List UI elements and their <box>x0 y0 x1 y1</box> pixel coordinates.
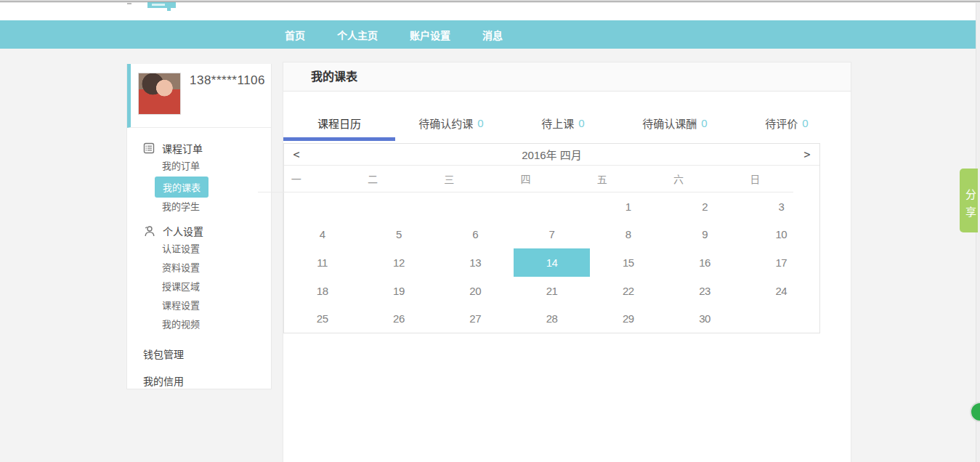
site-logo-fragment-highlight <box>152 4 165 6</box>
calendar-grid: 1 2 3 4 5 6 7 8 9 10 11 12 13 14 15 16 1… <box>284 192 819 333</box>
tab-count-badge: 0 <box>802 117 808 129</box>
avatar[interactable] <box>138 73 181 115</box>
sidebar-item-certification-settings[interactable]: 认证设置 <box>127 240 271 259</box>
weekday-label: 日 <box>717 171 793 186</box>
calendar-day[interactable]: 23 <box>666 277 742 305</box>
tab-label: 课程日历 <box>317 115 361 131</box>
tab-count-badge: 0 <box>701 117 707 129</box>
calendar-day-selected[interactable]: 14 <box>514 248 590 277</box>
tab-label: 待确认约课 <box>418 115 473 131</box>
calendar-empty-cell <box>437 192 514 221</box>
calendar-day[interactable]: 8 <box>590 221 666 249</box>
sidebar-item-credit[interactable]: 我的信用 <box>127 373 271 390</box>
tab-pending-confirm-pay[interactable]: 待确认课酬 0 <box>619 92 731 143</box>
chrome-dash <box>127 3 131 4</box>
site-logo-dot <box>167 7 171 11</box>
tab-count-badge: 0 <box>578 117 584 129</box>
weekday-label: 二 <box>334 171 410 186</box>
calendar-day[interactable]: 29 <box>590 304 666 333</box>
calendar-day[interactable]: 26 <box>360 304 437 333</box>
calendar-day[interactable]: 2 <box>666 192 742 221</box>
sidebar-item-label: 课程订单 <box>162 141 203 155</box>
sidebar-item-my-students[interactable]: 我的学生 <box>127 198 271 216</box>
calendar-day[interactable]: 27 <box>437 304 514 333</box>
calendar-prev-button[interactable]: < <box>284 148 309 161</box>
nav-item-profile-home[interactable]: 个人主页 <box>337 28 378 42</box>
active-tab-underline <box>283 137 395 141</box>
page-title: 我的课表 <box>283 62 851 92</box>
weekday-label: 六 <box>640 171 716 186</box>
calendar-next-button[interactable]: > <box>795 148 819 161</box>
main-panel: 我的课表 课程日历 待确认约课 0 待上课 0 待确认课酬 0 待评价 0 < … <box>283 62 851 462</box>
browser-chrome-edge <box>0 0 980 2</box>
calendar-day[interactable]: 28 <box>514 304 590 333</box>
nav-item-account-settings[interactable]: 账户设置 <box>410 28 450 42</box>
sidebar-item-teaching-area[interactable]: 授课区域 <box>127 277 271 296</box>
sidebar-item-wallet[interactable]: 钱包管理 <box>127 346 271 363</box>
nav-item-messages[interactable]: 消息 <box>482 28 503 42</box>
weekday-label: 五 <box>564 171 640 186</box>
calendar-day[interactable]: 16 <box>666 248 742 277</box>
calendar-day[interactable]: 19 <box>360 277 437 305</box>
calendar-day[interactable]: 18 <box>284 277 360 305</box>
tab-pending-review[interactable]: 待评价 0 <box>731 92 843 143</box>
calendar-day[interactable]: 11 <box>284 248 360 277</box>
calendar-day[interactable]: 13 <box>437 248 514 277</box>
calendar-day[interactable]: 9 <box>666 221 742 249</box>
sidebar-item-profile-settings[interactable]: 资料设置 <box>127 259 271 277</box>
calendar-title: 2016年 四月 <box>309 147 795 162</box>
tab-pending-class[interactable]: 待上课 0 <box>507 92 619 143</box>
calendar-day[interactable]: 30 <box>666 304 742 333</box>
sidebar-item-my-videos[interactable]: 我的视频 <box>127 315 271 334</box>
calendar-day[interactable]: 20 <box>437 277 514 305</box>
sidebar-item-course-settings[interactable]: 课程设置 <box>127 296 271 315</box>
vertical-scrollbar[interactable] <box>976 3 980 462</box>
calendar-day[interactable]: 10 <box>743 221 819 249</box>
calendar-day[interactable]: 4 <box>284 221 360 249</box>
calendar-day[interactable]: 21 <box>514 277 590 305</box>
calendar-empty-cell <box>743 304 819 333</box>
calendar: < 2016年 四月 > 一 二 三 四 五 六 日 1 2 3 4 5 6 7… <box>283 143 820 333</box>
tab-label: 待上课 <box>541 115 574 131</box>
calendar-empty-cell <box>284 192 360 221</box>
sidebar-item-my-schedule-row: 我的课表 <box>127 177 271 197</box>
tab-pending-confirm-booking[interactable]: 待确认约课 0 <box>395 92 507 143</box>
floating-action-button[interactable] <box>970 402 980 422</box>
calendar-header: < 2016年 四月 > <box>284 144 819 166</box>
calendar-empty-cell <box>360 192 437 221</box>
sidebar-item-personal-settings[interactable]: 个人设置 <box>127 222 271 240</box>
calendar-day[interactable]: 1 <box>590 192 666 221</box>
calendar-day[interactable]: 3 <box>743 192 819 221</box>
calendar-day[interactable]: 15 <box>590 248 666 277</box>
tab-course-calendar[interactable]: 课程日历 <box>283 92 395 143</box>
sidebar-menu: 课程订单 我的订单 我的课表 我的学生 个人设置 认证设置 资料设置 授课区域 … <box>127 128 271 390</box>
calendar-day[interactable]: 5 <box>360 221 437 249</box>
nav-item-home[interactable]: 首页 <box>285 28 305 42</box>
profile-card: 138*****1106 <box>127 64 271 128</box>
weekday-label: 四 <box>487 171 564 186</box>
calendar-day[interactable]: 22 <box>590 277 666 305</box>
calendar-day[interactable]: 25 <box>284 304 360 333</box>
sidebar-item-my-schedule[interactable]: 我的课表 <box>155 177 208 198</box>
sidebar-item-label: 个人设置 <box>163 224 203 238</box>
order-list-icon <box>143 142 155 154</box>
sidebar-item-course-orders[interactable]: 课程订单 <box>127 139 271 157</box>
top-navbar: 首页 个人主页 账户设置 消息 <box>0 20 976 49</box>
weekday-label: 三 <box>411 171 487 186</box>
tab-label: 待评价 <box>765 115 798 131</box>
calendar-day[interactable]: 6 <box>437 221 514 249</box>
calendar-day[interactable]: 12 <box>360 248 437 277</box>
calendar-empty-cell <box>514 192 590 221</box>
tab-label: 待确认课酬 <box>642 115 697 131</box>
sidebar: 138*****1106 课程订单 我的订单 我的课表 我的学生 <box>126 64 272 389</box>
tab-count-badge: 0 <box>477 117 483 129</box>
user-phone: 138*****1106 <box>190 73 265 88</box>
person-icon <box>143 225 155 238</box>
share-button[interactable]: 分享 <box>960 169 978 232</box>
site-logo-fragment <box>147 2 176 8</box>
calendar-day[interactable]: 17 <box>743 248 819 277</box>
sidebar-item-my-orders[interactable]: 我的订单 <box>127 157 271 176</box>
top-white-strip <box>0 3 976 20</box>
calendar-day[interactable]: 24 <box>743 277 819 305</box>
calendar-day[interactable]: 7 <box>514 221 590 249</box>
